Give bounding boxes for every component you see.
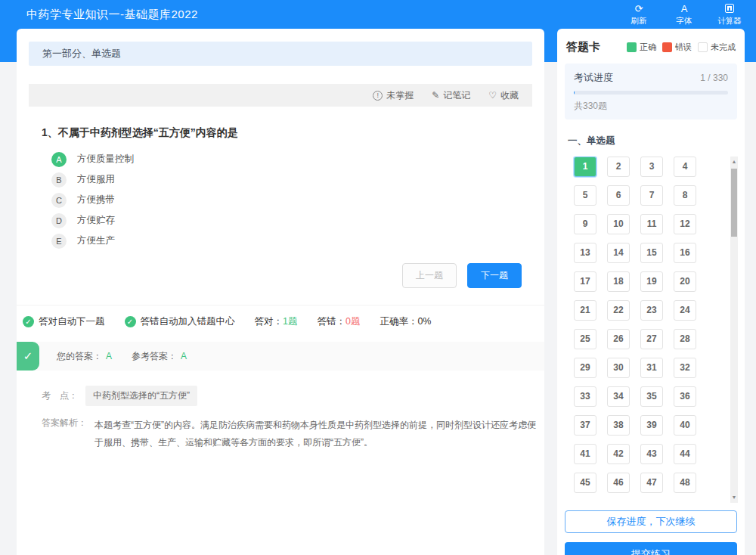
question-number-23[interactable]: 23 bbox=[640, 300, 663, 321]
scroll-down-icon[interactable]: ▼ bbox=[730, 494, 738, 501]
save-progress-button[interactable]: 保存进度，下次继续 bbox=[565, 510, 737, 533]
next-question-button[interactable]: 下一题 bbox=[467, 263, 522, 288]
question-number-30[interactable]: 30 bbox=[607, 358, 630, 378]
question-number-27[interactable]: 27 bbox=[640, 329, 663, 349]
question-number-9[interactable]: 9 bbox=[574, 214, 596, 234]
question-number-47[interactable]: 47 bbox=[640, 473, 663, 493]
question-number-7[interactable]: 7 bbox=[640, 185, 663, 206]
question-number-45[interactable]: 45 bbox=[574, 473, 596, 493]
question-number-21[interactable]: 21 bbox=[574, 300, 596, 321]
wrong-count: 答错：0题 bbox=[317, 315, 360, 328]
exam-point-chip[interactable]: 中药剂型选择的“五方便” bbox=[85, 386, 197, 406]
question-number-15[interactable]: 15 bbox=[640, 243, 663, 263]
refresh-icon: ⟳ bbox=[635, 4, 643, 14]
answer-card-header: 答题卡 正确 错误 未完成 bbox=[557, 29, 745, 62]
grid-scrollbar[interactable]: ▲ ▼ bbox=[730, 157, 738, 503]
question-number-14[interactable]: 14 bbox=[607, 243, 630, 263]
favorite-button[interactable]: ♡ 收藏 bbox=[488, 89, 519, 102]
option-e[interactable]: E 方便生产 bbox=[51, 231, 544, 251]
question-number-40[interactable]: 40 bbox=[674, 415, 696, 436]
question-number-35[interactable]: 35 bbox=[640, 386, 663, 407]
question-number-18[interactable]: 18 bbox=[607, 271, 630, 292]
question-number-1[interactable]: 1 bbox=[574, 157, 596, 177]
legend-incomplete: 未完成 bbox=[698, 42, 736, 53]
question-number-12[interactable]: 12 bbox=[674, 214, 696, 234]
question-number-17[interactable]: 17 bbox=[574, 271, 596, 292]
question-number-44[interactable]: 44 bbox=[674, 444, 696, 464]
question-number-48[interactable]: 48 bbox=[674, 473, 696, 493]
page-title: 中药学专业知识一-基础题库2022 bbox=[26, 8, 198, 22]
question-number-39[interactable]: 39 bbox=[640, 415, 663, 436]
calculator-button[interactable]: 计算器 bbox=[714, 4, 745, 26]
calculator-label: 计算器 bbox=[717, 16, 742, 26]
auto-wrong-setting[interactable]: ✓ 答错自动加入错题中心 bbox=[125, 315, 235, 328]
legend-wrong: 错误 bbox=[662, 42, 692, 53]
question-number-26[interactable]: 26 bbox=[607, 329, 630, 349]
question-number-38[interactable]: 38 bbox=[607, 415, 630, 436]
question-number-4[interactable]: 4 bbox=[674, 157, 696, 177]
question-number-19[interactable]: 19 bbox=[640, 271, 663, 292]
question-number-22[interactable]: 22 bbox=[607, 300, 630, 321]
question-toolbar: ! 未掌握 ✎ 记笔记 ♡ 收藏 bbox=[29, 84, 532, 107]
option-b-badge: B bbox=[51, 172, 67, 188]
favorite-label: 收藏 bbox=[500, 89, 519, 102]
wrong-swatch bbox=[662, 42, 672, 52]
calculator-icon bbox=[725, 4, 734, 14]
question-number-41[interactable]: 41 bbox=[574, 444, 596, 464]
question-number-46[interactable]: 46 bbox=[607, 473, 630, 493]
option-e-badge: E bbox=[51, 234, 67, 249]
question-number-31[interactable]: 31 bbox=[640, 358, 663, 378]
font-size-button[interactable]: A 字体 bbox=[668, 4, 700, 26]
legend-correct: 正确 bbox=[627, 42, 656, 53]
option-b[interactable]: B 方便服用 bbox=[51, 169, 544, 190]
edit-icon: ✎ bbox=[432, 90, 439, 101]
question-number-3[interactable]: 3 bbox=[640, 157, 663, 177]
refresh-button[interactable]: ⟳ 刷新 bbox=[623, 4, 655, 26]
scrollbar-thumb[interactable] bbox=[731, 169, 737, 237]
answer-card-panel: 答题卡 正确 错误 未完成 考试进度 1 / 330 bbox=[557, 29, 745, 555]
not-mastered-button[interactable]: ! 未掌握 bbox=[373, 89, 414, 102]
progress-total: 共330题 bbox=[574, 100, 728, 113]
question-number-6[interactable]: 6 bbox=[607, 185, 630, 206]
question-number-11[interactable]: 11 bbox=[640, 214, 663, 234]
question-number-42[interactable]: 42 bbox=[607, 444, 630, 464]
scroll-up-icon[interactable]: ▲ bbox=[730, 158, 738, 166]
question-number-8[interactable]: 8 bbox=[674, 185, 696, 206]
check-circle-icon: ✓ bbox=[23, 316, 34, 327]
question-number-37[interactable]: 37 bbox=[574, 415, 596, 436]
progress-label: 考试进度 bbox=[574, 71, 613, 85]
question-number-28[interactable]: 28 bbox=[674, 329, 696, 349]
question-number-13[interactable]: 13 bbox=[574, 243, 596, 263]
prev-question-button[interactable]: 上一题 bbox=[402, 263, 457, 288]
question-number-16[interactable]: 16 bbox=[674, 243, 696, 263]
section-header: 第一部分、单选题 bbox=[29, 42, 532, 66]
question-number-24[interactable]: 24 bbox=[674, 300, 696, 321]
question-number-36[interactable]: 36 bbox=[674, 386, 696, 407]
question-number-43[interactable]: 43 bbox=[640, 444, 663, 464]
question-number-29[interactable]: 29 bbox=[574, 358, 596, 378]
question-number-33[interactable]: 33 bbox=[574, 386, 596, 407]
question-number-10[interactable]: 10 bbox=[607, 214, 630, 234]
ref-answer-value: A bbox=[181, 351, 187, 361]
question-number-25[interactable]: 25 bbox=[574, 329, 596, 349]
your-answer-label: 您的答案： bbox=[57, 350, 102, 363]
exam-point-row: 考 点： 中药剂型选择的“五方便” bbox=[42, 386, 544, 406]
ref-answer-label: 参考答案： bbox=[132, 350, 177, 363]
question-number-5[interactable]: 5 bbox=[574, 185, 596, 206]
auto-next-setting[interactable]: ✓ 答对自动下一题 bbox=[23, 315, 105, 328]
question-number-20[interactable]: 20 bbox=[674, 271, 696, 292]
analysis-label: 答案解析： bbox=[42, 417, 87, 451]
option-d[interactable]: D 方便贮存 bbox=[51, 210, 544, 231]
option-c[interactable]: C 方便携带 bbox=[51, 190, 544, 210]
question-number-2[interactable]: 2 bbox=[607, 157, 630, 177]
submit-practice-button[interactable]: 提交练习 bbox=[565, 542, 737, 555]
take-note-button[interactable]: ✎ 记笔记 bbox=[432, 89, 470, 102]
question-number-34[interactable]: 34 bbox=[607, 386, 630, 407]
option-c-label: 方便携带 bbox=[77, 194, 115, 206]
option-a-label: 方便质量控制 bbox=[77, 153, 134, 166]
question-number-32[interactable]: 32 bbox=[674, 358, 696, 378]
exam-progress-card: 考试进度 1 / 330 共330题 bbox=[565, 64, 737, 119]
app-root: 中药学专业知识一-基础题库2022 ⟳ 刷新 A 字体 计算器 第一部分、单选题… bbox=[0, 0, 756, 555]
option-a[interactable]: A 方便质量控制 bbox=[51, 149, 544, 169]
top-bar: 中药学专业知识一-基础题库2022 ⟳ 刷新 A 字体 计算器 bbox=[0, 0, 756, 29]
